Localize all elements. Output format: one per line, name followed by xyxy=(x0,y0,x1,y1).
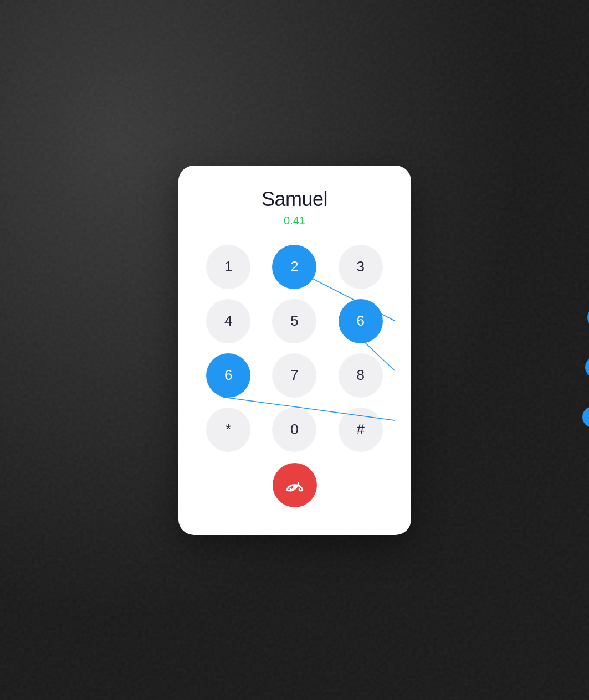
end-call-row xyxy=(201,463,389,507)
accounts-tooltip-label: Accounts xyxy=(587,307,589,328)
sales-tooltip-label: Sales xyxy=(585,357,589,378)
phone-card: Samuel 0.41 1 2 3 4 5 6 6 7 8 xyxy=(178,166,411,535)
end-call-button[interactable] xyxy=(273,463,317,507)
contact-score: 0.41 xyxy=(201,214,389,227)
dial-btn-3[interactable]: 3 xyxy=(339,245,383,289)
dial-btn-8[interactable]: 8 xyxy=(339,353,383,398)
dialpad: 1 2 3 4 5 6 6 7 8 * 0 xyxy=(201,245,389,452)
dial-btn-0[interactable]: 0 xyxy=(272,408,316,452)
dial-btn-6-row1[interactable]: 6 xyxy=(339,299,383,343)
dial-btn-4[interactable]: 4 xyxy=(206,299,250,343)
dial-btn-star[interactable]: * xyxy=(206,408,250,452)
dial-btn-5[interactable]: 5 xyxy=(272,299,316,343)
dial-btn-6-row2[interactable]: 6 xyxy=(206,353,250,398)
dial-btn-2[interactable]: 2 xyxy=(272,245,316,289)
contact-name: Samuel xyxy=(201,188,389,211)
dial-btn-hash[interactable]: # xyxy=(339,408,383,452)
dial-btn-1[interactable]: 1 xyxy=(206,245,250,289)
support-tooltip-label: Support xyxy=(582,406,589,428)
hangup-icon xyxy=(285,476,304,495)
dial-btn-7[interactable]: 7 xyxy=(272,353,316,398)
